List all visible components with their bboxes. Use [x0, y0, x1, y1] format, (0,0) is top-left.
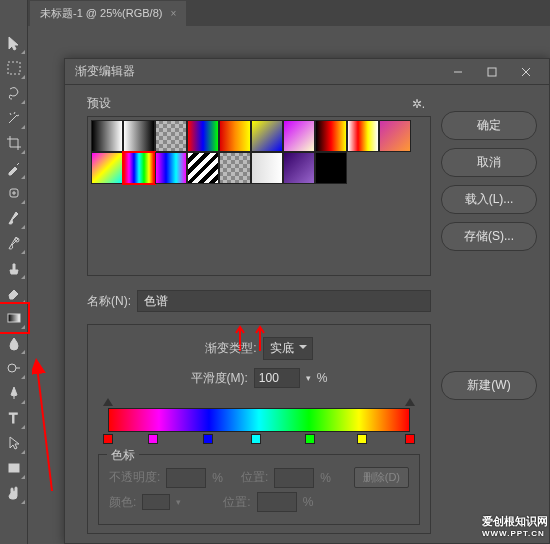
- svg-rect-0: [8, 62, 20, 74]
- preset-swatch[interactable]: [251, 152, 283, 184]
- svg-point-4: [8, 364, 16, 372]
- stops-label: 色标: [107, 447, 139, 464]
- preset-swatch[interactable]: [251, 120, 283, 152]
- gear-icon[interactable]: ✲.: [412, 97, 425, 111]
- presets-label: 预设: [87, 95, 111, 112]
- tab-title: 未标题-1 @ 25%(RGB/8): [40, 6, 162, 21]
- percent-label: %: [317, 371, 328, 385]
- preset-swatch[interactable]: [91, 120, 123, 152]
- preset-swatch[interactable]: [315, 152, 347, 184]
- color-stop[interactable]: [203, 434, 213, 444]
- preset-swatch[interactable]: [187, 152, 219, 184]
- type-label: 渐变类型:: [205, 340, 256, 357]
- move-tool[interactable]: [2, 31, 26, 55]
- preset-swatch[interactable]: [123, 120, 155, 152]
- close-icon[interactable]: ×: [170, 8, 176, 19]
- path-selection-tool[interactable]: [2, 431, 26, 455]
- preset-swatch[interactable]: [155, 120, 187, 152]
- preset-swatch[interactable]: [219, 152, 251, 184]
- annotation-arrow: [32, 356, 62, 496]
- dialog-title: 渐变编辑器: [71, 63, 441, 80]
- preset-swatch[interactable]: [91, 152, 123, 184]
- color-stop[interactable]: [251, 434, 261, 444]
- opacity-stop[interactable]: [405, 396, 415, 406]
- rectangle-tool[interactable]: [2, 456, 26, 480]
- preset-swatch[interactable]: [123, 152, 155, 184]
- document-tab-bar: 未标题-1 @ 25%(RGB/8) ×: [0, 0, 550, 26]
- color-position-input: [257, 492, 297, 512]
- tools-panel: T: [0, 0, 28, 544]
- svg-rect-3: [8, 314, 20, 322]
- marquee-tool[interactable]: [2, 56, 26, 80]
- color-stop[interactable]: [103, 434, 113, 444]
- brush-tool[interactable]: [2, 206, 26, 230]
- svg-rect-7: [488, 68, 496, 76]
- eraser-tool[interactable]: [2, 281, 26, 305]
- smooth-label: 平滑度(M):: [191, 370, 248, 387]
- opacity-stop[interactable]: [103, 396, 113, 406]
- cancel-button[interactable]: 取消: [441, 148, 537, 177]
- hand-tool[interactable]: [2, 481, 26, 505]
- type-tool[interactable]: T: [2, 406, 26, 430]
- preset-swatch[interactable]: [379, 120, 411, 152]
- pen-tool[interactable]: [2, 381, 26, 405]
- opacity-label: 不透明度:: [109, 469, 160, 486]
- healing-brush-tool[interactable]: [2, 181, 26, 205]
- crop-tool[interactable]: [2, 131, 26, 155]
- name-input[interactable]: [137, 290, 431, 312]
- new-button[interactable]: 新建(W): [441, 371, 537, 400]
- delete-button: 删除(D): [354, 467, 409, 488]
- position-input: [274, 468, 314, 488]
- watermark: 爱创根知识网 WWW.PPT.CN: [482, 514, 548, 538]
- minimize-button[interactable]: [441, 62, 475, 82]
- preset-swatch[interactable]: [187, 120, 219, 152]
- preset-swatch[interactable]: [219, 120, 251, 152]
- preset-swatch[interactable]: [315, 120, 347, 152]
- document-tab[interactable]: 未标题-1 @ 25%(RGB/8) ×: [30, 1, 186, 26]
- preset-swatch[interactable]: [347, 120, 379, 152]
- load-button[interactable]: 载入(L)...: [441, 185, 537, 214]
- gradient-editor-dialog: 渐变编辑器 预设 ✲. 名称(N): 渐变类型:: [64, 58, 550, 544]
- gradient-tool[interactable]: [2, 306, 26, 330]
- color-stop[interactable]: [305, 434, 315, 444]
- svg-rect-6: [9, 464, 19, 472]
- dialog-titlebar[interactable]: 渐变编辑器: [65, 59, 549, 85]
- position-label: 位置:: [241, 469, 268, 486]
- gradient-settings: 渐变类型: 实底 平滑度(M): ▾ %: [87, 324, 431, 534]
- ok-button[interactable]: 确定: [441, 111, 537, 140]
- color-chip: [142, 494, 170, 510]
- save-button[interactable]: 存储(S)...: [441, 222, 537, 251]
- presets-box: [87, 116, 431, 276]
- color-stop[interactable]: [357, 434, 367, 444]
- history-brush-tool[interactable]: [2, 231, 26, 255]
- preset-swatch[interactable]: [283, 152, 315, 184]
- close-button[interactable]: [509, 62, 543, 82]
- position-label: 位置:: [223, 494, 250, 511]
- eyedropper-tool[interactable]: [2, 156, 26, 180]
- svg-text:T: T: [9, 410, 18, 426]
- blur-tool[interactable]: [2, 331, 26, 355]
- magic-wand-tool[interactable]: [2, 106, 26, 130]
- preset-swatch[interactable]: [283, 120, 315, 152]
- clone-stamp-tool[interactable]: [2, 256, 26, 280]
- preset-swatch[interactable]: [155, 152, 187, 184]
- opacity-input: [166, 468, 206, 488]
- dodge-tool[interactable]: [2, 356, 26, 380]
- gradient-bar-editor[interactable]: [98, 396, 420, 444]
- color-label: 颜色:: [109, 494, 136, 511]
- color-stop[interactable]: [148, 434, 158, 444]
- type-select[interactable]: 实底: [263, 337, 313, 360]
- color-stop[interactable]: [405, 434, 415, 444]
- maximize-button[interactable]: [475, 62, 509, 82]
- name-label: 名称(N):: [87, 293, 131, 310]
- gradient-preview[interactable]: [108, 408, 410, 432]
- smooth-input[interactable]: [254, 368, 300, 388]
- lasso-tool[interactable]: [2, 81, 26, 105]
